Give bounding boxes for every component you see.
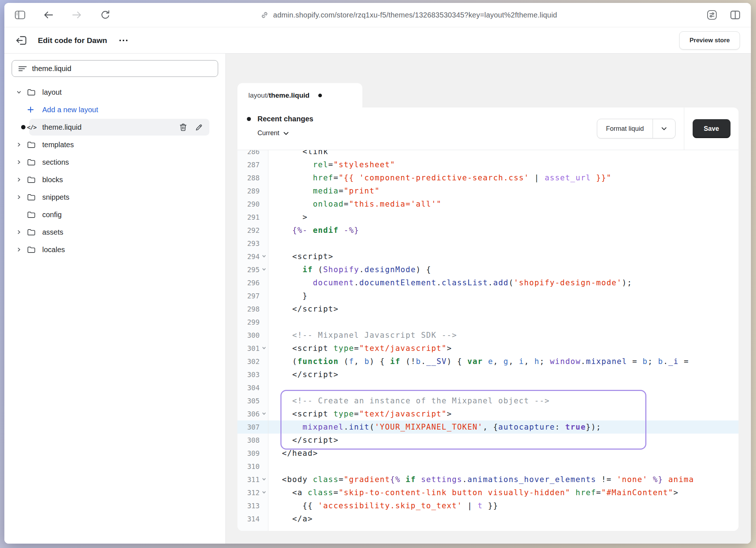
- line-number: 302: [237, 357, 268, 365]
- chevron-right-icon[interactable]: [16, 194, 27, 200]
- code-line-297[interactable]: 297 }: [237, 289, 739, 302]
- save-button[interactable]: Save: [693, 119, 731, 138]
- line-number: 287: [237, 161, 268, 169]
- code-text: document.documentElement.classList.add('…: [268, 276, 632, 289]
- code-area[interactable]: 286 <link287 rel="stylesheet"288 href="{…: [237, 150, 739, 531]
- sidebar-item-theme-liquid[interactable]: </>theme.liquid: [12, 118, 218, 136]
- code-line-291[interactable]: 291 >: [237, 211, 739, 224]
- chevron-right-icon[interactable]: [16, 229, 27, 235]
- code-text: <a class="skip-to-content-link button vi…: [268, 486, 678, 499]
- code-line-296[interactable]: 296 document.documentElement.classList.a…: [237, 276, 739, 289]
- tab-theme-liquid[interactable]: layout/theme.liquid: [237, 83, 362, 107]
- code-line-292[interactable]: 292 {%- endif -%}: [237, 224, 739, 237]
- sidebar-item-assets[interactable]: assets: [12, 223, 218, 241]
- chevron-down-icon[interactable]: [16, 89, 27, 95]
- sidebar-item-snippets[interactable]: snippets: [12, 188, 218, 206]
- address-bar[interactable]: admin.shopify.com/store/rzq1xu-f5/themes…: [111, 11, 706, 19]
- code-line-286[interactable]: 286 <link: [237, 150, 739, 158]
- line-number: 311: [237, 475, 268, 484]
- folder-icon: [27, 89, 42, 96]
- fold-chevron-icon[interactable]: [261, 267, 267, 273]
- code-line-295[interactable]: 295 if (Shopify.designMode) {: [237, 263, 739, 276]
- link-icon: [260, 11, 269, 19]
- code-text: <script>: [268, 250, 334, 263]
- sidebar-item-templates[interactable]: templates: [12, 136, 218, 153]
- reload-icon[interactable]: [99, 9, 111, 20]
- code-text: (function (f, b) { if (!b.__SV) { var e,…: [268, 355, 689, 368]
- sidebar-item-blocks[interactable]: blocks: [12, 171, 218, 188]
- tab-unsaved-dot: [318, 94, 322, 97]
- rename-file-icon[interactable]: [195, 123, 204, 132]
- back-icon[interactable]: [42, 9, 55, 20]
- code-line-314[interactable]: 314 </a>: [237, 512, 739, 525]
- split-view-icon[interactable]: [729, 9, 741, 20]
- code-line-289[interactable]: 289 media="print": [237, 184, 739, 197]
- version-dropdown[interactable]: Current: [257, 129, 313, 137]
- delete-file-icon[interactable]: [179, 123, 188, 132]
- fold-chevron-icon[interactable]: [261, 254, 267, 259]
- code-line-290[interactable]: 290 onload="this.media='all'": [237, 197, 739, 211]
- code-line-300[interactable]: 300 <!-- Mixpanel Javascript SDK -->: [237, 329, 739, 342]
- code-text: {%- endif -%}: [268, 224, 359, 237]
- more-actions-icon[interactable]: [117, 35, 130, 46]
- chevron-right-icon[interactable]: [16, 142, 27, 148]
- code-line-302[interactable]: 302 (function (f, b) { if (!b.__SV) { va…: [237, 355, 739, 368]
- format-options-caret[interactable]: [653, 119, 675, 138]
- code-line-308[interactable]: 308 </script>: [237, 434, 739, 447]
- chevron-right-icon[interactable]: [16, 177, 27, 183]
- sidebar-toggle-icon[interactable]: [14, 9, 26, 20]
- code-line-304[interactable]: 304: [237, 381, 739, 394]
- code-text: </script>: [268, 434, 339, 447]
- filter-icon: [18, 64, 27, 73]
- line-number: 294: [237, 253, 268, 261]
- code-line-306[interactable]: 306 <script type="text/javascript">: [237, 407, 739, 420]
- forward-icon[interactable]: [71, 9, 83, 20]
- chevron-right-icon[interactable]: [16, 159, 27, 165]
- code-line-301[interactable]: 301 <script type="text/javascript">: [237, 342, 739, 355]
- line-number: 299: [237, 318, 268, 326]
- code-line-303[interactable]: 303 </script>: [237, 368, 739, 381]
- code-line-312[interactable]: 312 <a class="skip-to-content-link butto…: [237, 486, 739, 499]
- line-number: 296: [237, 279, 268, 287]
- code-line-311[interactable]: 311 <body class="gradient{% if settings.…: [237, 473, 739, 486]
- sidebar-item-locales[interactable]: locales: [12, 241, 218, 258]
- code-line-299[interactable]: 299: [237, 316, 739, 329]
- exit-editor-icon[interactable]: [15, 35, 28, 46]
- file-search[interactable]: [12, 60, 218, 77]
- search-input[interactable]: [32, 64, 212, 73]
- fold-chevron-icon[interactable]: [261, 411, 267, 417]
- code-line-288[interactable]: 288 href="{{ 'component-predictive-searc…: [237, 171, 739, 184]
- fold-chevron-icon[interactable]: [261, 490, 267, 496]
- line-number: 298: [237, 305, 268, 313]
- changes-dot: [247, 117, 251, 121]
- format-liquid-button[interactable]: Format liquid: [597, 119, 676, 138]
- sidebar-item-layout[interactable]: layout: [12, 83, 218, 101]
- code-text: <!-- Create an instance of the Mixpanel …: [268, 394, 550, 407]
- code-line-307[interactable]: 307 mixpanel.init('YOUR_MIXPANEL_TOKEN',…: [237, 420, 739, 434]
- code-line-313[interactable]: 313 {{ 'accessibility.skip_to_text' | t …: [237, 499, 739, 512]
- code-line-293[interactable]: 293: [237, 237, 739, 250]
- code-line-298[interactable]: 298 </script>: [237, 302, 739, 316]
- code-line-287[interactable]: 287 rel="stylesheet": [237, 158, 739, 171]
- line-number: 307: [237, 423, 268, 431]
- code-line-310[interactable]: 310: [237, 460, 739, 473]
- line-number: 288: [237, 174, 268, 182]
- code-line-309[interactable]: 309 </head>: [237, 447, 739, 460]
- folder-icon: [27, 141, 42, 149]
- chevron-right-icon[interactable]: [16, 247, 27, 253]
- fold-chevron-icon[interactable]: [261, 477, 267, 482]
- line-number: 314: [237, 515, 268, 523]
- code-line-294[interactable]: 294 <script>: [237, 250, 739, 263]
- code-line-305[interactable]: 305 <!-- Create an instance of the Mixpa…: [237, 394, 739, 407]
- sidebar-item-sections[interactable]: sections: [12, 153, 218, 171]
- line-number: 286: [237, 150, 268, 156]
- sidebar-item-config[interactable]: config: [12, 206, 218, 223]
- line-number: 313: [237, 502, 268, 510]
- fold-chevron-icon[interactable]: [261, 345, 267, 351]
- tab-file-label: theme.liquid: [269, 91, 310, 99]
- sidebar-item-label: locales: [42, 246, 65, 254]
- preview-store-button[interactable]: Preview store: [679, 31, 740, 50]
- sidebar-item-add-new-layout[interactable]: Add a new layout: [12, 101, 218, 118]
- page-settings-icon[interactable]: [706, 9, 718, 20]
- sidebar-item-label: assets: [42, 228, 63, 236]
